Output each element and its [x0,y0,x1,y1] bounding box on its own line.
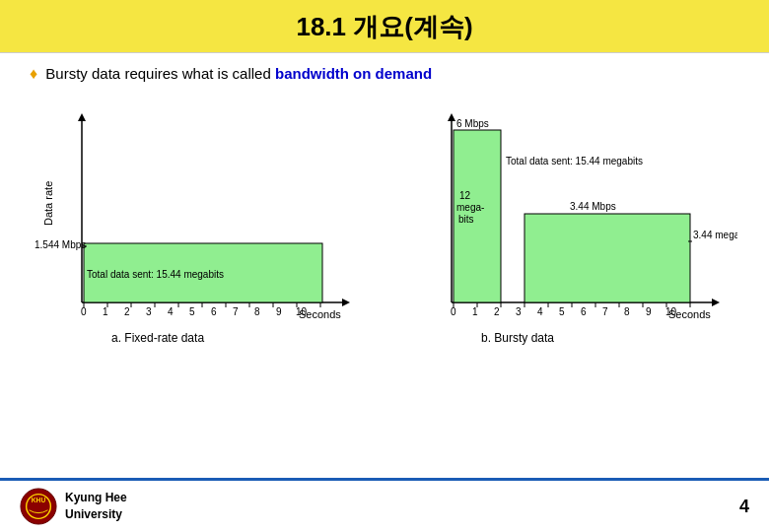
svg-text:bits: bits [458,214,474,225]
svg-text:1.544 Mbps: 1.544 Mbps [35,239,86,250]
svg-text:Total data sent: 15.44 megabit: Total data sent: 15.44 megabits [506,156,643,166]
svg-text:4: 4 [537,306,543,317]
svg-text:1: 1 [472,306,478,317]
svg-text:Data rate: Data rate [42,181,54,226]
diagram-a: Data rate Seconds 1.544 Mbps Total data … [33,100,368,376]
svg-text:mega-: mega- [456,202,484,213]
svg-text:b. Bursty data: b. Bursty data [481,331,554,345]
diagrams-container: Data rate Seconds 1.544 Mbps Total data … [0,91,769,376]
slide-footer: KHU Kyung Hee University 4 [0,478,769,532]
svg-text:3: 3 [516,306,522,317]
svg-marker-3 [342,299,350,306]
subtitle-text-before: Bursty data requires what is called [45,65,275,82]
svg-text:Total data sent: 15.44 megabit: Total data sent: 15.44 megabits [87,269,224,280]
svg-text:a. Fixed-rate data: a. Fixed-rate data [111,331,204,345]
svg-text:9: 9 [646,306,652,317]
svg-marker-35 [448,113,455,121]
svg-text:KHU: KHU [32,497,46,503]
svg-text:2: 2 [494,306,500,317]
svg-text:5: 5 [189,306,195,317]
svg-text:12: 12 [459,190,471,201]
slide-header: 18.1 개요(계속) [0,0,769,53]
university-logo: KHU [20,488,57,525]
footer-left: KHU Kyung Hee University [20,488,127,525]
slide-title: 18.1 개요(계속) [0,10,769,44]
svg-marker-36 [712,299,720,306]
svg-marker-2 [78,113,86,121]
subtitle-highlight: bandwidth on demand [275,65,432,82]
svg-text:4: 4 [168,306,174,317]
bullet-diamond: ♦ [30,65,37,82]
university-name: Kyung Hee University [65,490,127,523]
svg-text:6: 6 [581,306,587,317]
page-number: 4 [739,497,749,517]
svg-rect-44 [524,214,690,302]
svg-text:5: 5 [559,306,565,317]
svg-text:0: 0 [81,306,87,317]
svg-text:1: 1 [103,306,108,317]
svg-text:8: 8 [624,306,630,317]
svg-text:2: 2 [124,306,130,317]
svg-text:9: 9 [276,306,282,317]
svg-text:10: 10 [665,306,677,317]
subtitle-row: ♦ Bursty data requires what is called ba… [0,53,769,91]
svg-text:0: 0 [451,306,456,317]
svg-text:6 Mbps: 6 Mbps [456,118,489,129]
svg-text:8: 8 [254,306,260,317]
svg-text:3: 3 [146,306,152,317]
svg-text:3.44 megabits: 3.44 megabits [693,230,737,240]
svg-text:10: 10 [296,306,308,317]
diagram-b-svg: Seconds 6 Mbps 12 mega- bits Total data … [402,100,737,376]
diagram-b: Seconds 6 Mbps 12 mega- bits Total data … [402,100,737,376]
svg-text:3.44 Mbps: 3.44 Mbps [570,201,616,212]
svg-text:7: 7 [602,306,608,317]
svg-text:7: 7 [233,306,239,317]
svg-text:6: 6 [211,306,217,317]
diagram-a-svg: Data rate Seconds 1.544 Mbps Total data … [33,100,368,376]
